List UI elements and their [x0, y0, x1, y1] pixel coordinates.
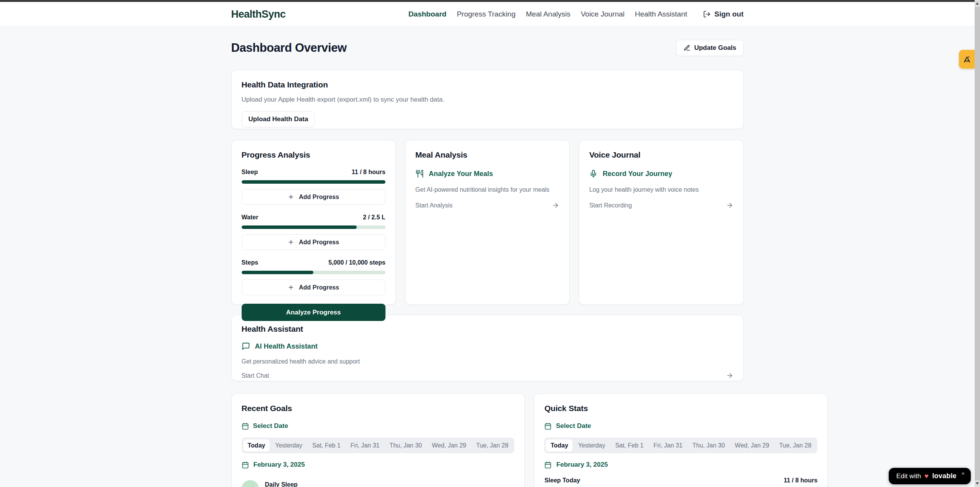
- analyze-progress-button[interactable]: Analyze Progress: [242, 304, 385, 321]
- scroll-up-arrow[interactable]: [975, 0, 980, 7]
- check-icon: [246, 485, 254, 487]
- voice-journal-title: Voice Journal: [589, 150, 733, 160]
- main-content: Dashboard Overview Update Goals Health D…: [0, 27, 975, 487]
- tab-wed-jan-29[interactable]: Wed, Jan 29: [427, 439, 471, 452]
- tab-thu-jan-30[interactable]: Thu, Jan 30: [688, 439, 730, 452]
- upload-health-data-button[interactable]: Upload Health Data: [242, 111, 315, 127]
- meal-analysis-title: Meal Analysis: [415, 150, 559, 160]
- metric-steps: Steps 5,000 / 10,000 steps Add Progress: [242, 259, 385, 295]
- quick-stats-selected-date: February 3, 2025: [544, 461, 817, 469]
- tab-fri-jan-31[interactable]: Fri, Jan 31: [346, 439, 384, 452]
- sleep-value: 11 / 8 hours: [352, 169, 385, 176]
- sleep-label: Sleep: [242, 169, 258, 176]
- ai-health-assistant-link[interactable]: AI Health Assistant: [242, 342, 733, 350]
- chat-bubble-icon: [242, 342, 250, 350]
- close-icon[interactable]: ×: [962, 471, 965, 477]
- nav-health-assistant[interactable]: Health Assistant: [635, 10, 687, 18]
- microphone-icon: [589, 169, 598, 178]
- arrow-right-icon: [726, 372, 733, 379]
- update-goals-label: Update Goals: [694, 44, 736, 52]
- voice-journal-description: Log your health journey with voice notes: [589, 186, 733, 193]
- water-label: Water: [242, 214, 259, 221]
- calendar-icon: [242, 423, 249, 430]
- arrow-right-icon: [552, 202, 559, 209]
- plus-icon: [288, 194, 294, 200]
- integration-title: Health Data Integration: [242, 80, 733, 89]
- tab-sat-feb-1[interactable]: Sat, Feb 1: [611, 439, 648, 452]
- main-nav: Dashboard Progress Tracking Meal Analysi…: [408, 10, 744, 18]
- start-chat-row[interactable]: Start Chat: [242, 372, 733, 379]
- pencil-icon: [684, 44, 690, 51]
- brand-logo[interactable]: HealthSync: [231, 8, 286, 20]
- nav-dashboard[interactable]: Dashboard: [408, 10, 446, 18]
- recent-goals-title: Recent Goals: [242, 404, 515, 413]
- add-progress-sleep-button[interactable]: Add Progress: [242, 189, 385, 205]
- sleep-progress-bar: [242, 180, 385, 184]
- meal-analysis-card: Meal Analysis Analyze Your Meals Get AI-…: [405, 140, 570, 305]
- tab-yesterday[interactable]: Yesterday: [573, 439, 610, 452]
- start-recording-row[interactable]: Start Recording: [589, 202, 733, 209]
- tab-wed-jan-29[interactable]: Wed, Jan 29: [730, 439, 774, 452]
- steps-value: 5,000 / 10,000 steps: [328, 259, 385, 266]
- record-your-journey-link[interactable]: Record Your Journey: [589, 169, 733, 178]
- goal-item-daily-sleep: Daily Sleep 11 / 8 hours: [242, 480, 515, 487]
- progress-analysis-title: Progress Analysis: [242, 150, 385, 160]
- tab-yesterday[interactable]: Yesterday: [270, 439, 307, 452]
- water-progress-bar: [242, 225, 385, 229]
- recent-goals-select-date[interactable]: Select Date: [242, 422, 515, 430]
- calendar-icon: [544, 423, 552, 430]
- health-assistant-card: Health Assistant AI Health Assistant Get…: [231, 315, 744, 381]
- calendar-icon: [544, 461, 552, 469]
- health-assistant-title: Health Assistant: [242, 324, 733, 334]
- tab-today[interactable]: Today: [243, 439, 270, 452]
- sign-out-button[interactable]: Sign out: [703, 10, 744, 18]
- plus-icon: [288, 239, 294, 245]
- sign-out-label: Sign out: [715, 10, 744, 18]
- update-goals-button[interactable]: Update Goals: [676, 40, 744, 56]
- page-title: Dashboard Overview: [231, 41, 347, 55]
- start-analysis-row[interactable]: Start Analysis: [415, 202, 559, 209]
- health-data-integration-card: Health Data Integration Upload your Appl…: [231, 70, 744, 129]
- tab-fri-jan-31[interactable]: Fri, Jan 31: [649, 439, 687, 452]
- recent-goals-selected-date: February 3, 2025: [242, 461, 515, 469]
- metric-sleep: Sleep 11 / 8 hours Add Progress: [242, 169, 385, 205]
- metric-water: Water 2 / 2.5 L Add Progress: [242, 214, 385, 250]
- add-progress-water-button[interactable]: Add Progress: [242, 234, 385, 250]
- tab-sat-feb-1[interactable]: Sat, Feb 1: [308, 439, 345, 452]
- sleep-today-value: 11 / 8 hours: [784, 477, 817, 484]
- quick-stats-title: Quick Stats: [544, 404, 817, 413]
- steps-progress-bar: [242, 271, 385, 274]
- tab-today[interactable]: Today: [546, 439, 573, 452]
- recent-goals-date-tabs: Today Yesterday Sat, Feb 1 Fri, Jan 31 T…: [242, 438, 515, 453]
- water-value: 2 / 2.5 L: [363, 214, 385, 221]
- quick-stats-select-date[interactable]: Select Date: [544, 422, 817, 430]
- tab-thu-jan-30[interactable]: Thu, Jan 30: [385, 439, 427, 452]
- health-assistant-description: Get personalized health advice and suppo…: [242, 358, 733, 365]
- recent-goals-card: Recent Goals Select Date Today Yesterday…: [231, 393, 525, 487]
- browser-top-edge: [0, 0, 975, 2]
- edit-with-lovable-badge[interactable]: Edit with ♥ lovable ×: [889, 468, 971, 484]
- voice-journal-card: Voice Journal Record Your Journey Log yo…: [579, 140, 743, 305]
- add-progress-steps-button[interactable]: Add Progress: [242, 280, 385, 295]
- tab-tue-jan-28[interactable]: Tue, Jan 28: [774, 439, 816, 452]
- logout-icon: [703, 10, 711, 18]
- integration-description: Upload your Apple Health export (export.…: [242, 96, 733, 104]
- nav-meal-analysis[interactable]: Meal Analysis: [526, 10, 570, 18]
- calendar-icon: [242, 461, 249, 469]
- nav-progress-tracking[interactable]: Progress Tracking: [457, 10, 516, 18]
- progress-analysis-card: Progress Analysis Sleep 11 / 8 hours Add…: [231, 140, 396, 305]
- tab-tue-jan-28[interactable]: Tue, Jan 28: [471, 439, 513, 452]
- goal-complete-badge: [242, 480, 259, 487]
- nav-voice-journal[interactable]: Voice Journal: [581, 10, 624, 18]
- quick-stats-date-tabs: Today Yesterday Sat, Feb 1 Fri, Jan 31 T…: [544, 438, 817, 453]
- vertical-scrollbar[interactable]: [975, 0, 980, 487]
- scroll-down-arrow[interactable]: [975, 480, 980, 487]
- goal-title: Daily Sleep: [265, 481, 298, 487]
- plus-icon: [288, 284, 294, 291]
- heart-icon: ♥: [924, 472, 929, 480]
- lovable-dev-button[interactable]: [959, 50, 975, 69]
- arrow-right-icon: [726, 202, 733, 209]
- app-header: HealthSync Dashboard Progress Tracking M…: [0, 2, 975, 27]
- analyze-your-meals-link[interactable]: Analyze Your Meals: [415, 169, 559, 178]
- meal-analysis-description: Get AI-powered nutritional insights for …: [415, 186, 559, 193]
